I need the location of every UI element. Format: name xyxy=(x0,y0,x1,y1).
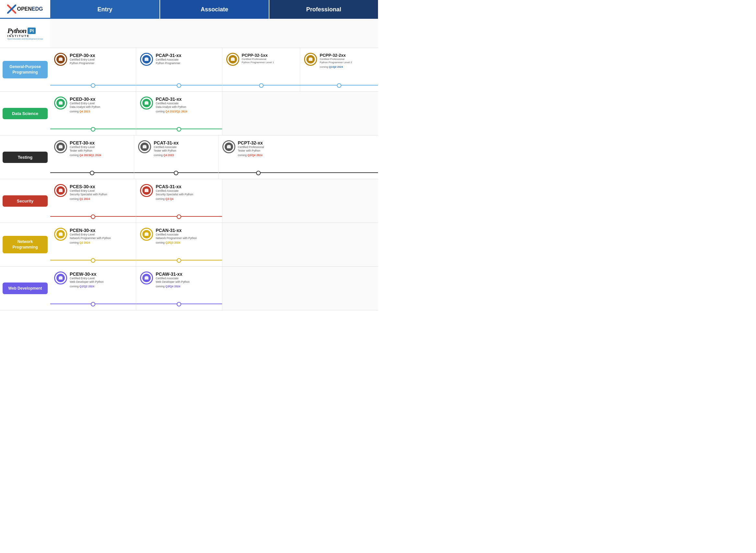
svg-rect-15 xyxy=(59,145,62,146)
gp-entry-dot xyxy=(91,83,95,88)
pcet-info: PCET-30-xx Certified Entry-LevelTester w… xyxy=(70,140,101,157)
svg-rect-20 xyxy=(59,189,63,192)
pcaw-info: PCAW-31-xx Certified AssociateWeb Develo… xyxy=(156,271,190,288)
pcpt-info: PCPT-32-xx Certified ProfessionalTester … xyxy=(238,140,264,157)
pcas-desc: Certified AssociateSecurity Specialist w… xyxy=(156,189,193,196)
pcpt-coming: coming Q3/Q4 2024 xyxy=(238,154,264,157)
pcat-desc: Certified AssociateTester with Python xyxy=(154,146,179,153)
gp-professional-section: PCPP-32-1xx Certified ProfessionalPython… xyxy=(222,48,378,91)
pcad-coming: coming Q4 2023/Q1 2024 xyxy=(156,110,187,113)
web-dev-label-area: Web Development xyxy=(0,266,50,310)
pcpp2-desc: Certified ProfessionalPython Programmer … xyxy=(320,58,352,65)
pcew-coming: coming Q1/Q2 2024 xyxy=(70,285,104,288)
pcpp2-info: PCPP-32-2xx Certified ProfessionalPython… xyxy=(320,53,352,68)
pcep-badge-inner xyxy=(56,55,65,64)
pces-card: PCES-30-xx Certified Entry-LevelSecurity… xyxy=(54,184,132,201)
pcen-desc: Certified Entry-LevelNetwork Programmer … xyxy=(70,233,111,240)
gp-prof-line xyxy=(222,85,378,85)
web-assoc-dot xyxy=(177,302,181,307)
gp-associate-section: PCAP-31-xx Certified AssociatePython Pro… xyxy=(136,48,222,91)
pcat-info: PCAT-31-xx Certified AssociateTester wit… xyxy=(154,140,179,157)
gp-assoc-dot xyxy=(177,83,181,88)
pced-coming: coming Q4 2023 xyxy=(70,110,100,113)
pcew-card: PCEW-30-xx Certified Entry-LevelWeb Deve… xyxy=(54,271,132,288)
data-science-label: Data Science xyxy=(3,108,48,119)
data-science-row: Data Science PCED-30-xx Certified Entry-… xyxy=(0,92,378,136)
svg-rect-19 xyxy=(227,145,230,146)
pcpp2-card: PCPP-32-2xx Certified ProfessionalPython… xyxy=(304,53,374,68)
security-certs: PCES-30-xx Certified Entry-LevelSecurity… xyxy=(50,179,378,223)
pcaw-badge-inner xyxy=(142,274,151,282)
pces-coming: coming Q1 2024 xyxy=(70,197,107,201)
pcaw-code: PCAW-31-xx xyxy=(156,271,190,276)
net-associate-section: PCAN-31-xx Certified AssociateNetwork Pr… xyxy=(136,223,222,266)
pcpp2-code: PCPP-32-2xx xyxy=(320,53,352,58)
pcan-coming: coming Q2/Q3 2024 xyxy=(156,241,197,244)
svg-rect-27 xyxy=(145,232,148,233)
pcen-code: PCEN-30-xx xyxy=(70,228,111,233)
python-institute-content xyxy=(50,19,378,48)
svg-rect-10 xyxy=(59,102,63,105)
sec-professional-empty xyxy=(222,179,378,223)
pces-badge xyxy=(54,184,67,197)
pcaw-desc: Certified AssociateWeb Developer with Py… xyxy=(156,276,190,284)
pcan-code: PCAN-31-xx xyxy=(156,228,197,233)
svg-rect-3 xyxy=(59,57,62,58)
pcet-desc: Certified Entry-LevelTester with Python xyxy=(70,146,101,153)
pcad-card: PCAD-31-xx Certified AssociateData Analy… xyxy=(140,96,218,113)
pcas-badge xyxy=(140,184,153,197)
general-purpose-label: General-Purpose Programming xyxy=(3,61,48,78)
svg-rect-17 xyxy=(143,145,146,146)
svg-rect-6 xyxy=(231,58,235,61)
sec-associate-section: PCAS-31-xx Certified AssociateSecurity S… xyxy=(136,179,222,223)
pcep-code: PCEP-30-xx xyxy=(70,53,95,58)
pcep-info: PCEP-30-xx Certified Entry-LevelPython P… xyxy=(70,53,95,65)
pcpp1-card: PCPP-32-1xx Certified ProfessionalPython… xyxy=(226,53,296,66)
pced-desc: Certified Entry-LevelData Analyst with P… xyxy=(70,102,100,109)
test-associate-section: PCAT-31-xx Certified AssociateTester wit… xyxy=(134,136,218,179)
svg-rect-5 xyxy=(145,57,148,58)
pcew-desc: Certified Entry-LevelWeb Developer with … xyxy=(70,276,104,284)
svg-rect-4 xyxy=(145,58,148,61)
ds-entry-dot xyxy=(91,127,95,132)
pcep-desc: Certified Entry-LevelPython Programmer xyxy=(70,58,95,65)
web-dev-certs: PCEW-30-xx Certified Entry-LevelWeb Deve… xyxy=(50,266,378,310)
net-entry-section: PCEN-30-xx Certified Entry-LevelNetwork … xyxy=(50,223,136,266)
web-dev-label: Web Development xyxy=(3,283,48,295)
svg-rect-30 xyxy=(145,276,148,280)
pcen-card: PCEN-30-xx Certified Entry-LevelNetwork … xyxy=(54,228,132,244)
testing-label-area: Testing xyxy=(0,136,50,179)
ds-entry-section: PCED-30-xx Certified Entry-LevelData Ana… xyxy=(50,92,136,135)
pcat-badge-inner xyxy=(140,143,149,151)
gp-prof-dot1 xyxy=(259,83,264,88)
pcen-badge xyxy=(54,228,67,241)
pcpt-code: PCPT-32-xx xyxy=(238,140,264,146)
web-dev-row: Web Development PCEW-30-xx Certified Ent… xyxy=(0,266,378,310)
net-assoc-dot xyxy=(177,258,181,263)
pi-badge: PI xyxy=(27,27,36,34)
general-purpose-certs: PCEP-30-xx Certified Entry-LevelPython P… xyxy=(50,48,378,91)
net-professional-empty xyxy=(222,223,378,266)
svg-rect-16 xyxy=(143,146,146,148)
header-columns: Entry Associate Professional xyxy=(50,0,378,19)
header-entry: Entry xyxy=(50,0,159,19)
data-science-label-area: Data Science xyxy=(0,92,50,135)
pcan-badge-inner xyxy=(142,230,151,238)
pcad-code: PCAD-31-xx xyxy=(156,96,187,102)
python-institute-row: Python PI INSTITUTE Open Education and D… xyxy=(0,19,378,48)
pcew-info: PCEW-30-xx Certified Entry-LevelWeb Deve… xyxy=(70,271,104,288)
pcat-code: PCAT-31-xx xyxy=(154,140,179,146)
pcpt-card: PCPT-32-xx Certified ProfessionalTester … xyxy=(222,140,374,157)
network-certs: PCEN-30-xx Certified Entry-LevelNetwork … xyxy=(50,223,378,266)
header-professional: Professional xyxy=(269,0,378,19)
web-entry-section: PCEW-30-xx Certified Entry-LevelWeb Deve… xyxy=(50,266,136,310)
logo-text: OPENEDG xyxy=(17,6,43,12)
pcap-card: PCAP-31-xx Certified AssociatePython Pro… xyxy=(140,53,218,66)
pcat-coming: coming Q4 2023 xyxy=(154,154,179,157)
svg-rect-9 xyxy=(309,57,312,58)
ds-assoc-dot xyxy=(177,127,181,132)
pcpp1-badge xyxy=(226,53,239,66)
pcas-code: PCAS-31-xx xyxy=(156,184,193,189)
pcap-code: PCAP-31-xx xyxy=(156,53,181,58)
institute-label: INSTITUTE xyxy=(7,34,29,37)
